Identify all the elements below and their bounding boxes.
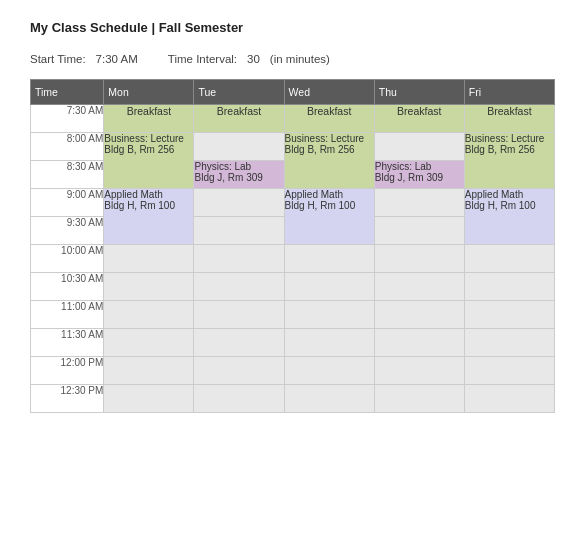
time-1130: 11:30 AM — [31, 329, 104, 357]
cell-thu-900 — [374, 189, 464, 217]
cell-tue-800 — [194, 133, 284, 161]
table-row: 7:30 AM Breakfast Breakfast Breakfast Br… — [31, 105, 555, 133]
cell-fri-1230 — [464, 385, 554, 413]
meta-row: Start Time: 7:30 AM Time Interval: 30 (i… — [30, 53, 555, 65]
cell-thu-830: Physics: LabBldg J, Rm 309 — [374, 161, 464, 189]
cell-thu-1100 — [374, 301, 464, 329]
cell-wed-1000 — [284, 245, 374, 273]
cell-wed-730: Breakfast — [284, 105, 374, 133]
cell-mon-730: Breakfast — [104, 105, 194, 133]
cell-fri-900: Applied MathBldg H, Rm 100 — [464, 189, 554, 245]
table-row: 11:30 AM — [31, 329, 555, 357]
cell-tue-730: Breakfast — [194, 105, 284, 133]
cell-mon-1130 — [104, 329, 194, 357]
time-1030: 10:30 AM — [31, 273, 104, 301]
cell-fri-1100 — [464, 301, 554, 329]
time-730: 7:30 AM — [31, 105, 104, 133]
time-900: 9:00 AM — [31, 189, 104, 217]
cell-thu-1230 — [374, 385, 464, 413]
table-row: 11:00 AM — [31, 301, 555, 329]
cell-mon-800: Business: LectureBldg B, Rm 256 — [104, 133, 194, 189]
cell-wed-1030 — [284, 273, 374, 301]
cell-wed-1230 — [284, 385, 374, 413]
cell-mon-1100 — [104, 301, 194, 329]
header-wed: Wed — [284, 80, 374, 105]
cell-tue-1200 — [194, 357, 284, 385]
time-830: 8:30 AM — [31, 161, 104, 189]
cell-fri-1000 — [464, 245, 554, 273]
cell-mon-1030 — [104, 273, 194, 301]
cell-wed-900: Applied MathBldg H, Rm 100 — [284, 189, 374, 245]
cell-tue-930 — [194, 217, 284, 245]
cell-mon-1230 — [104, 385, 194, 413]
table-row: 8:00 AM Business: LectureBldg B, Rm 256 … — [31, 133, 555, 161]
cell-wed-1200 — [284, 357, 374, 385]
cell-thu-1200 — [374, 357, 464, 385]
start-time-value: 7:30 AM — [96, 53, 138, 65]
cell-tue-1230 — [194, 385, 284, 413]
table-row: 9:00 AM Applied MathBldg H, Rm 100 Appli… — [31, 189, 555, 217]
header-thu: Thu — [374, 80, 464, 105]
table-header-row: Time Mon Tue Wed Thu Fri — [31, 80, 555, 105]
header-time: Time — [31, 80, 104, 105]
cell-wed-1100 — [284, 301, 374, 329]
table-row: 12:30 PM — [31, 385, 555, 413]
cell-thu-930 — [374, 217, 464, 245]
cell-mon-900: Applied MathBldg H, Rm 100 — [104, 189, 194, 245]
time-1230: 12:30 PM — [31, 385, 104, 413]
schedule-table: Time Mon Tue Wed Thu Fri 7:30 AM Breakfa… — [30, 79, 555, 413]
cell-thu-800 — [374, 133, 464, 161]
cell-fri-800: Business: LectureBldg B, Rm 256 — [464, 133, 554, 189]
cell-tue-1100 — [194, 301, 284, 329]
page-title: My Class Schedule | Fall Semester — [30, 20, 555, 35]
interval-label: Time Interval: — [168, 53, 237, 65]
cell-thu-730: Breakfast — [374, 105, 464, 133]
cell-tue-1000 — [194, 245, 284, 273]
cell-wed-1130 — [284, 329, 374, 357]
cell-fri-1030 — [464, 273, 554, 301]
header-mon: Mon — [104, 80, 194, 105]
time-1100: 11:00 AM — [31, 301, 104, 329]
time-1200: 12:00 PM — [31, 357, 104, 385]
cell-fri-1200 — [464, 357, 554, 385]
time-800: 8:00 AM — [31, 133, 104, 161]
cell-fri-730: Breakfast — [464, 105, 554, 133]
interval-unit: (in minutes) — [270, 53, 330, 65]
time-930: 9:30 AM — [31, 217, 104, 245]
cell-wed-800: Business: LectureBldg B, Rm 256 — [284, 133, 374, 189]
cell-tue-1130 — [194, 329, 284, 357]
header-fri: Fri — [464, 80, 554, 105]
cell-fri-1130 — [464, 329, 554, 357]
header-tue: Tue — [194, 80, 284, 105]
cell-thu-1130 — [374, 329, 464, 357]
time-1000: 10:00 AM — [31, 245, 104, 273]
cell-tue-1030 — [194, 273, 284, 301]
cell-tue-900 — [194, 189, 284, 217]
cell-mon-1000 — [104, 245, 194, 273]
cell-tue-830: Physics: LabBldg J, Rm 309 — [194, 161, 284, 189]
cell-thu-1030 — [374, 273, 464, 301]
table-row: 10:00 AM — [31, 245, 555, 273]
table-row: 10:30 AM — [31, 273, 555, 301]
table-row: 12:00 PM — [31, 357, 555, 385]
start-time-label: Start Time: — [30, 53, 86, 65]
cell-thu-1000 — [374, 245, 464, 273]
cell-mon-1200 — [104, 357, 194, 385]
interval-value: 30 — [247, 53, 260, 65]
